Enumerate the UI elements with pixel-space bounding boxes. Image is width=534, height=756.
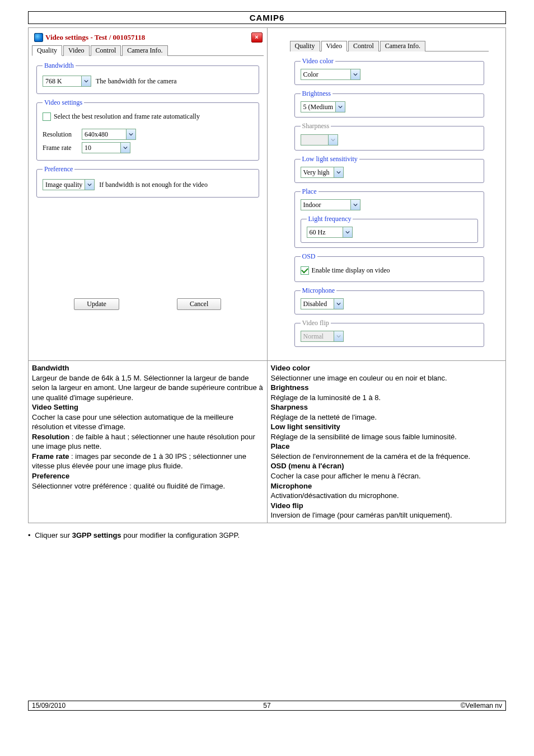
legend-brightness: Brightness (301, 90, 332, 98)
cancel-button[interactable]: Cancel (177, 298, 221, 310)
group-sharpness: Sharpness (294, 122, 485, 151)
chevron-down-icon (328, 135, 338, 145)
tab-control[interactable]: Control (348, 41, 379, 51)
group-microphone: Microphone Disabled (294, 287, 485, 314)
legend-lightfreq: Light frequency (307, 215, 353, 223)
bandwidth-hint: The bandwidth for the camera (96, 77, 177, 86)
tabs-left: Quality Video Control Camera Info. (32, 45, 264, 56)
group-videoflip: Video flip Normal (294, 319, 485, 347)
group-preference: Preference Image quality If bandwidth is… (36, 165, 259, 198)
legend-sharpness: Sharpness (301, 122, 331, 130)
microphone-select[interactable]: Disabled (301, 298, 344, 309)
tab-control[interactable]: Control (91, 45, 121, 56)
auto-label: Select the best resolution and frame rat… (54, 112, 200, 121)
chevron-down-icon (350, 200, 360, 210)
legend-lowlight: Low light sensitivity (301, 155, 359, 163)
update-button[interactable]: Update (74, 298, 119, 310)
chevron-down-icon (334, 167, 343, 177)
legend-video-settings: Video settings (43, 98, 84, 107)
footer-page: 57 (263, 702, 270, 710)
brightness-select[interactable]: 5 (Medium (301, 101, 346, 112)
footer-copyright: ©Velleman nv (461, 702, 502, 710)
legend-preference: Preference (43, 165, 74, 173)
group-brightness: Brightness 5 (Medium (294, 90, 485, 118)
video-color-select[interactable]: Color (301, 69, 360, 80)
tab-camera-info[interactable]: Camera Info. (122, 45, 167, 56)
app-icon (34, 33, 43, 42)
group-lowlight: Low light sensitivity Very high (294, 155, 485, 183)
tab-video[interactable]: Video (321, 41, 348, 51)
main-table: Video settings - Test / 001057118 × Qual… (28, 27, 506, 523)
legend-microphone: Microphone (301, 287, 337, 295)
legend-bandwidth: Bandwidth (43, 62, 76, 70)
place-select[interactable]: Indoor (301, 199, 360, 210)
videoflip-select: Normal (301, 331, 344, 342)
desc-left: Bandwidth Largeur de bande de 64k à 1,5 … (29, 361, 267, 493)
tab-quality[interactable]: Quality (290, 41, 320, 51)
page-footer: 15/09/2010 57 ©Velleman nv (28, 701, 506, 711)
group-bandwidth: Bandwidth 768 K The bandwidth for the ca… (36, 62, 259, 94)
osd-label: Enable time display on video (312, 266, 390, 275)
desc-right: Video color Sélectionner une image en co… (268, 361, 506, 523)
dialog-title: Video settings - Test / 001057118 (45, 33, 145, 42)
legend-videoflip: Video flip (301, 319, 331, 327)
framerate-select[interactable]: 10 (82, 142, 130, 153)
chevron-down-icon (126, 129, 135, 139)
tab-camera-info[interactable]: Camera Info. (380, 41, 425, 51)
auto-checkbox[interactable] (43, 112, 51, 121)
lightfreq-select[interactable]: 60 Hz (307, 227, 353, 238)
sharpness-select (301, 134, 338, 145)
preference-select[interactable]: Image quality (43, 179, 95, 190)
group-osd: OSD Enable time display on video (294, 252, 485, 282)
group-lightfreq: Light frequency 60 Hz (301, 215, 479, 243)
tab-video[interactable]: Video (63, 45, 90, 56)
chevron-down-icon (335, 102, 345, 112)
framerate-label: Frame rate (43, 144, 82, 152)
dialog-titlebar: Video settings - Test / 001057118 × (32, 31, 264, 44)
close-button[interactable]: × (251, 32, 263, 43)
resolution-label: Resolution (43, 130, 82, 139)
legend-place: Place (301, 187, 318, 196)
bandwidth-select[interactable]: 768 K (43, 76, 91, 87)
doc-title: CAMIP6 (28, 11, 506, 24)
resolution-select[interactable]: 640x480 (82, 129, 136, 140)
chevron-down-icon (85, 180, 94, 190)
chevron-down-icon (350, 69, 360, 79)
after-text: • Cliquer sur 3GPP settings pour modifie… (28, 531, 506, 539)
chevron-down-icon (343, 227, 352, 237)
chevron-down-icon (334, 331, 343, 341)
legend-video-color: Video color (301, 57, 335, 65)
group-place: Place Indoor Light frequency 60 Hz (294, 187, 485, 248)
osd-checkbox[interactable] (301, 266, 309, 275)
preference-hint: If bandwidth is not enough for the video (99, 181, 208, 189)
tab-quality[interactable]: Quality (32, 45, 62, 56)
chevron-down-icon (120, 143, 130, 153)
legend-osd: OSD (301, 252, 317, 261)
group-video-settings: Video settings Select the best resolutio… (36, 98, 259, 161)
group-video-color: Video color Color (294, 57, 485, 85)
chevron-down-icon (334, 299, 343, 309)
lowlight-select[interactable]: Very high (301, 167, 344, 178)
tabs-right: Quality Video Control Camera Info. (290, 40, 489, 51)
footer-date: 15/09/2010 (32, 702, 65, 710)
chevron-down-icon (81, 76, 91, 86)
